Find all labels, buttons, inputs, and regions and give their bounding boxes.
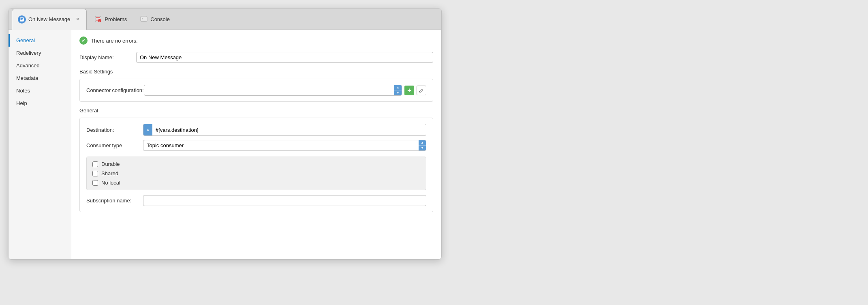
display-name-input[interactable] [136, 52, 433, 63]
connector-spinner-up[interactable]: ▲ [394, 85, 402, 90]
connector-spinners[interactable]: ▲ ▼ [394, 85, 402, 95]
checkbox-shared[interactable] [92, 171, 98, 176]
sidebar-item-metadata[interactable]: Metadata [9, 72, 71, 84]
checkbox-no-local-label: No local [101, 180, 120, 186]
checkbox-shared-label: Shared [101, 170, 118, 176]
tab-problems-label: Problems [105, 16, 127, 22]
tab-problems[interactable]: ! Problems [88, 9, 133, 30]
tab-problems-icon: ! [94, 15, 102, 23]
destination-row: Destination: a [86, 124, 426, 136]
checkbox-section: Durable Shared No local [86, 157, 426, 190]
tab-console[interactable]: >_ Console [134, 9, 175, 30]
connector-label: Connector configuration: [86, 87, 144, 93]
sidebar-item-help[interactable]: Help [9, 97, 71, 110]
svg-rect-1 [21, 18, 24, 19]
svg-text:a: a [147, 128, 149, 132]
connector-select-input[interactable] [144, 85, 394, 95]
consumer-type-row: Consumer type ▲ ▼ [86, 140, 426, 151]
svg-text:!: ! [99, 20, 100, 23]
tab-on-new-message-icon [18, 15, 26, 24]
destination-label: Destination: [86, 127, 143, 133]
svg-rect-4 [96, 17, 100, 18]
connector-spinner-down[interactable]: ▼ [394, 90, 402, 95]
status-bar: ✓ There are no errors. [79, 37, 433, 45]
tab-console-label: Console [150, 16, 170, 22]
add-connector-button[interactable]: + [404, 86, 414, 95]
consumer-type-select[interactable]: ▲ ▼ [143, 140, 426, 151]
consumer-type-spinner-down[interactable]: ▼ [419, 146, 426, 150]
connector-config-row: Connector configuration: ▲ ▼ + [86, 85, 426, 96]
checkbox-shared-row: Shared [92, 170, 420, 176]
tab-on-new-message[interactable]: On New Message ✕ [12, 9, 87, 30]
consumer-type-spinners[interactable]: ▲ ▼ [419, 140, 426, 150]
basic-settings-title: Basic Settings [79, 69, 433, 75]
basic-settings-box: Connector configuration: ▲ ▼ + [79, 79, 433, 102]
tab-on-new-message-label: On New Message [28, 16, 70, 22]
status-message: There are no errors. [91, 38, 138, 44]
svg-text:>_: >_ [142, 17, 145, 20]
consumer-type-spinner-up[interactable]: ▲ [419, 140, 426, 146]
tab-console-icon: >_ [140, 15, 148, 23]
subscription-name-label: Subscription name: [86, 198, 143, 204]
svg-rect-11 [143, 21, 145, 22]
general-subsection-box: Destination: a [79, 118, 433, 212]
display-name-row: Display Name: [79, 52, 433, 63]
main-window: On New Message ✕ ! Problems [8, 8, 442, 260]
main-panel: ✓ There are no errors. Display Name: Bas… [71, 30, 441, 259]
sidebar-item-notes[interactable]: Notes [9, 84, 71, 97]
checkbox-no-local[interactable] [92, 180, 98, 186]
connector-select[interactable]: ▲ ▼ [144, 85, 402, 96]
subscription-name-input[interactable] [143, 195, 426, 206]
checkbox-durable-row: Durable [92, 161, 420, 167]
subscription-name-row: Subscription name: [86, 195, 426, 206]
sidebar-item-redelivery[interactable]: Redelivery [9, 47, 71, 59]
edit-connector-button[interactable] [417, 86, 426, 95]
consumer-type-label: Consumer type [86, 142, 143, 148]
svg-rect-2 [21, 19, 23, 20]
status-ok-icon: ✓ [79, 37, 88, 45]
tab-bar: On New Message ✕ ! Problems [9, 9, 441, 30]
checkbox-durable[interactable] [92, 161, 98, 167]
sidebar-item-advanced[interactable]: Advanced [9, 59, 71, 72]
sidebar: General Redelivery Advanced Metadata Not… [9, 30, 71, 259]
display-name-label: Display Name: [79, 54, 136, 60]
sidebar-item-general[interactable]: General [9, 34, 71, 47]
consumer-type-input[interactable] [143, 140, 419, 150]
checkbox-no-local-row: No local [92, 180, 420, 186]
general-subsection: General Destination: a [79, 107, 433, 212]
destination-icon: a [143, 124, 152, 135]
svg-rect-10 [141, 21, 147, 21]
general-subsection-title: General [79, 107, 433, 114]
destination-input-wrap: a [143, 124, 426, 136]
checkbox-durable-label: Durable [101, 161, 120, 167]
destination-input[interactable] [152, 125, 426, 135]
svg-rect-5 [96, 19, 99, 19]
tab-close-button[interactable]: ✕ [74, 16, 81, 23]
content-area: General Redelivery Advanced Metadata Not… [9, 30, 441, 259]
